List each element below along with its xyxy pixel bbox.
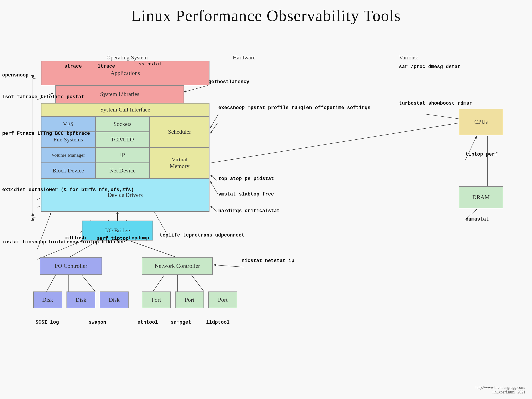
svg-line-10	[184, 85, 208, 92]
opensnoop-label: opensnoop	[2, 72, 29, 79]
svg-line-33	[153, 275, 164, 291]
svg-line-20	[211, 175, 218, 182]
main-title: Linux Performance Observability Tools	[0, 0, 532, 25]
top-atop-label: top atop ps pidstat	[218, 175, 274, 183]
ext4dist-label: ext4dist ext4slower (& for btrfs nfs,xfs…	[2, 186, 134, 194]
virtual-memory-box: Virtual Memory	[150, 147, 209, 178]
tcplife-label: tcplife tcpretrans udpconnect	[160, 232, 245, 239]
numastat-label: numastat	[466, 216, 489, 223]
svg-line-36	[214, 265, 244, 267]
execsnoop-label: execsnoop mpstat profile runqlen offcput…	[218, 104, 371, 112]
svg-marker-6	[31, 217, 34, 221]
vmstat-label: vmstat slabtop free	[218, 191, 274, 198]
url-label: http://www.brendangregg.com/ linuxperf.h…	[475, 385, 525, 395]
sar-proc-label: sar /proc dmesg dstat	[399, 63, 460, 70]
mdflush-label: mdflush	[65, 235, 86, 242]
ltrace-label: ltrace	[98, 63, 115, 70]
ip-box: IP	[95, 147, 150, 163]
svg-line-18	[211, 122, 218, 133]
svg-marker-5	[31, 75, 34, 79]
tcp-udp-box: TCP/UDP	[95, 132, 150, 147]
strace-label: strace	[64, 63, 82, 70]
tcpdump-label: tcpdump	[129, 235, 149, 242]
snmpget-label: snmpget	[171, 319, 191, 326]
svg-line-35	[192, 275, 204, 291]
block-device-box: Block Device	[41, 163, 95, 178]
svg-line-32	[82, 275, 95, 291]
sockets-box: Sockets	[95, 116, 150, 132]
turbostat-label: turbostat showboost rdmsr	[399, 100, 472, 107]
network-controller-box: Network Controller	[142, 257, 213, 275]
tiptop-perf-label: tiptop perf	[466, 151, 498, 158]
svg-line-23	[211, 206, 218, 213]
port-1-box: Port	[142, 291, 171, 308]
net-device-box: Net Device	[95, 163, 150, 178]
perf-ftrace-label: perf Ftrace LTTng BCC bpftrace	[2, 130, 90, 137]
gethostlatency-label: gethostlatency	[208, 79, 249, 86]
svg-line-17	[211, 114, 218, 127]
os-section-label: Operating System	[106, 54, 148, 61]
device-drivers-box: Device Drivers	[41, 178, 209, 212]
disk-3-box: Disk	[100, 291, 129, 308]
svg-line-30	[47, 275, 55, 291]
ethtool-label: ethtool	[137, 319, 158, 326]
hw-section-label: Hardware	[233, 54, 256, 61]
svg-marker-13	[31, 213, 34, 216]
dram-box: DRAM	[459, 186, 503, 208]
cpus-box: CPUs	[459, 109, 503, 135]
io-controller-box: I/O Controller	[40, 257, 102, 275]
port-2-box: Port	[175, 291, 204, 308]
scsi-log-label: SCSI log	[35, 319, 59, 326]
various-section-label: Various:	[399, 54, 418, 61]
volume-manager-box: Volume Manager	[41, 147, 95, 163]
scheduler-box: Scheduler	[150, 116, 209, 147]
swapon-label: swapon	[89, 319, 106, 326]
syscall-box: System Call Interface	[41, 103, 209, 116]
nicstat-label: nicstat netstat ip	[242, 257, 294, 265]
disk-2-box: Disk	[66, 291, 95, 308]
lldptool-label: lldptool	[206, 319, 230, 326]
ss-nstat-label: ss nstat	[139, 61, 162, 68]
disk-1-box: Disk	[33, 291, 62, 308]
svg-line-29	[131, 241, 177, 258]
svg-line-26	[211, 122, 466, 163]
hardirqs-label: hardirqs criticalstat	[218, 207, 280, 215]
lsof-label: lsof fatrace filelife pcstat	[2, 93, 84, 101]
port-3-box: Port	[208, 291, 237, 308]
perf-tiptop-label: perf tiptop	[96, 235, 129, 242]
svg-line-22	[211, 182, 218, 195]
